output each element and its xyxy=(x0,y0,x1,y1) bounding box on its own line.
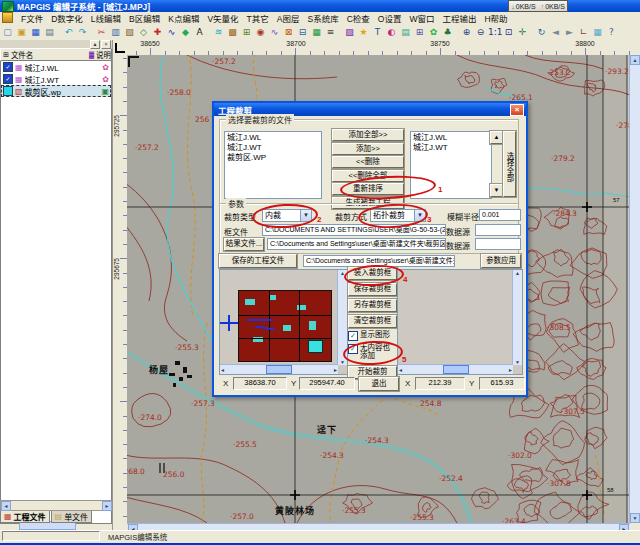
menu-item-1[interactable]: D数字化 xyxy=(47,12,87,24)
prev-view-icon[interactable]: ◄ xyxy=(549,25,562,39)
layers-icon[interactable]: ▨ xyxy=(343,25,356,39)
remove-button[interactable]: <<删除 xyxy=(332,156,404,168)
desc-column-header[interactable]: 说明 xyxy=(96,49,111,60)
preview-v-scrollbar[interactable]: ▲▼ xyxy=(337,270,347,365)
file-table-header[interactable]: ⊞ 文件名 ▓ 说明 xyxy=(0,48,112,61)
source-file-list[interactable]: 城江J.WL城江J.WT裁剪区.WP xyxy=(224,131,322,199)
chevron-down-icon[interactable]: ▼ xyxy=(300,210,311,221)
menu-item-7[interactable]: A图层 xyxy=(273,12,304,24)
clip-type-select[interactable]: 内裁 ▼ xyxy=(262,209,312,222)
result-file-input[interactable]: C:\Documents and Settings\user\桌面\新建文件夹\… xyxy=(267,238,446,250)
menu-item-13[interactable]: H帮助 xyxy=(480,12,511,24)
menu-item-10[interactable]: O设置 xyxy=(374,12,406,24)
measure-icon[interactable]: ∟ xyxy=(577,25,590,39)
color-icon[interactable]: ◐ xyxy=(385,25,398,39)
save-project-input[interactable]: C:\Documents and Settings\user\桌面\新建文件夹\… xyxy=(303,255,455,267)
copy-icon[interactable]: ▥ xyxy=(109,25,122,39)
menu-item-4[interactable]: K点编辑 xyxy=(164,12,203,24)
frame-file-input[interactable]: C:\DOCUMENTS AND SETTINGS\USER\桌面\G-50-5… xyxy=(262,224,446,236)
chevron-down-icon[interactable]: ▼ xyxy=(414,210,425,221)
menu-item-2[interactable]: L线编辑 xyxy=(87,12,125,24)
result-file-button[interactable]: 结果文件... xyxy=(224,238,264,251)
result-datasource-input[interactable] xyxy=(475,238,521,250)
paste-icon[interactable]: ▧ xyxy=(123,25,136,39)
menu-item-3[interactable]: B区编辑 xyxy=(125,12,164,24)
attribute-icon[interactable]: ≡ xyxy=(324,25,337,39)
scroll-down-icon[interactable]: ▼ xyxy=(630,513,640,523)
zoom-1-1-icon[interactable]: 1:1 xyxy=(488,25,501,39)
scroll-up-icon[interactable]: ▲ xyxy=(630,55,640,65)
add-all-button[interactable]: 添加全部>> xyxy=(332,129,404,141)
tab-single-file[interactable]: ▤单文件 xyxy=(51,511,93,523)
load-clip-frame-button[interactable]: 装入裁剪框 xyxy=(348,267,397,280)
bind-icon[interactable]: ⊞ xyxy=(240,25,253,39)
select-all-button[interactable]: 选择全部 xyxy=(503,131,516,197)
map-thumbnail[interactable] xyxy=(238,290,332,362)
scroll-left-icon[interactable]: ◄ xyxy=(1,501,11,511)
show-graphics-checkbox[interactable]: ✓显示图形 xyxy=(348,331,395,341)
scroll-right-icon[interactable]: ► xyxy=(102,501,112,511)
open-file-icon[interactable]: ▣ xyxy=(15,25,28,39)
clear-clip-frame-button[interactable]: 清空裁剪框 xyxy=(348,315,397,328)
state-column-icon[interactable]: ▓ xyxy=(89,51,94,58)
file-checkbox[interactable] xyxy=(3,86,13,96)
clip-handle-icon[interactable] xyxy=(228,315,230,331)
saveas-clip-frame-button[interactable]: 另存裁剪框 xyxy=(348,299,397,312)
select-icon[interactable]: ◇ xyxy=(137,25,150,39)
menu-item-11[interactable]: W窗口 xyxy=(405,12,438,24)
help-icon[interactable]: ? xyxy=(605,25,618,39)
map-v-scrollbar[interactable]: ▲ ▼ xyxy=(629,55,640,523)
save-clip-frame-button[interactable]: 保存裁剪框 xyxy=(348,283,397,296)
input-area-icon[interactable]: ◆ xyxy=(179,25,192,39)
menu-item-0[interactable]: F文件 xyxy=(17,12,47,24)
target-list-item[interactable]: 城江J.WT xyxy=(413,143,489,153)
panel-close-icon[interactable]: × xyxy=(101,40,111,49)
preview-h-scrollbar[interactable]: ◄► xyxy=(220,364,338,374)
pan-icon[interactable]: ✛ xyxy=(516,25,529,39)
merge-icon[interactable]: ⊟ xyxy=(296,25,309,39)
system-menu-icon[interactable] xyxy=(2,12,13,23)
redo-icon[interactable]: ↷ xyxy=(76,25,89,39)
target-list-item[interactable]: 城江J.WL xyxy=(413,133,489,143)
symbol-icon[interactable]: ★ xyxy=(357,25,370,39)
tab-project-file[interactable]: ▦工程文件 xyxy=(0,511,50,523)
source-list-item[interactable]: 裁剪区.WP xyxy=(227,153,319,163)
file-checkbox[interactable]: ✓ xyxy=(3,74,13,84)
close-icon[interactable]: × xyxy=(510,104,524,116)
topology-icon[interactable]: ▦ xyxy=(310,25,323,39)
panel-collapse-icon[interactable]: ▲ xyxy=(90,40,100,49)
frame-datasource-input[interactable] xyxy=(475,224,521,236)
new-file-icon[interactable]: ▢ xyxy=(1,25,14,39)
checkbox-icon[interactable]: ✓ xyxy=(348,331,358,341)
text-icon[interactable]: A xyxy=(193,25,206,39)
print-icon[interactable]: ▤ xyxy=(43,25,56,39)
remove-all-button[interactable]: <<删除全部 xyxy=(332,170,404,182)
add-empty-checkbox[interactable]: ✓无内容也添加 xyxy=(348,344,395,360)
label-icon[interactable]: T xyxy=(371,25,384,39)
cut-icon[interactable]: ✂ xyxy=(95,25,108,39)
zoom-fit-icon[interactable]: ⊡ xyxy=(502,25,515,39)
vectorize-icon[interactable]: ≋ xyxy=(212,25,225,39)
menu-item-6[interactable]: T其它 xyxy=(243,12,273,24)
input-point-icon[interactable]: ✚ xyxy=(151,25,164,39)
file-row[interactable]: ✓▦城江J.WT✿ xyxy=(1,73,111,85)
zoom-in-icon[interactable]: ⊕ xyxy=(460,25,473,39)
next-view-icon[interactable]: ► xyxy=(563,25,576,39)
apply-params-button[interactable]: 参数应用 xyxy=(481,254,521,268)
checkbox-icon[interactable]: ✓ xyxy=(348,344,358,354)
zoom-out-icon[interactable]: ⊖ xyxy=(474,25,487,39)
panel-h-scrollbar[interactable]: ◄ ► xyxy=(0,500,113,511)
clip-method-select[interactable]: 拓扑裁剪 ▼ xyxy=(370,209,426,222)
node-edit-icon[interactable]: ◉ xyxy=(254,25,267,39)
clip-icon[interactable]: ⊠ xyxy=(282,25,295,39)
source-list-item[interactable]: 城江J.WL xyxy=(227,133,319,143)
refresh-icon[interactable]: ↻ xyxy=(535,25,548,39)
file-row[interactable]: ✓▦城江J.WL✿ xyxy=(1,61,111,73)
undo-icon[interactable]: ↶ xyxy=(62,25,75,39)
clip-preview-panel[interactable]: ▲▼ ◄► xyxy=(219,269,348,375)
menu-item-8[interactable]: S系统库 xyxy=(303,12,342,24)
input-line-icon[interactable]: ∿ xyxy=(165,25,178,39)
add-button[interactable]: 添加>> xyxy=(332,143,404,155)
exit-button[interactable]: 退出 xyxy=(359,377,399,391)
legend-icon[interactable]: ▤ xyxy=(399,25,412,39)
